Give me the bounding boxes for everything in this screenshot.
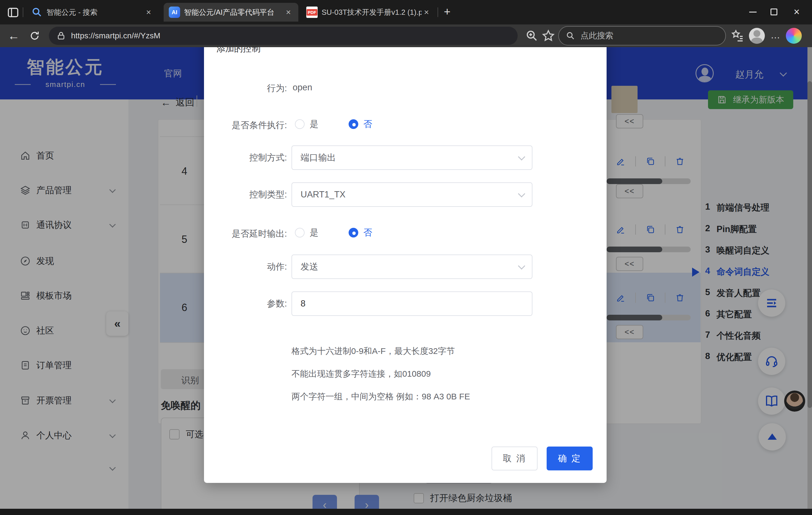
hint-no-concat: 不能出现连贯多字符连接，如010809 bbox=[291, 368, 431, 380]
behavior-value: open bbox=[293, 82, 312, 93]
conditional-radio-group: 是 否 bbox=[295, 118, 372, 130]
pdf-favicon-icon: PDF bbox=[306, 6, 318, 18]
action-select[interactable]: 发送 bbox=[291, 254, 532, 279]
search-icon bbox=[566, 31, 575, 41]
browser-address-bar: ← https://smartpi.cn/#/YzsM 点此搜索 … bbox=[0, 24, 812, 47]
close-tab-icon[interactable]: × bbox=[144, 7, 153, 17]
delay-radio-group: 是 否 bbox=[295, 227, 372, 239]
lock-icon bbox=[56, 31, 66, 41]
control-mode-label: 控制方式: bbox=[204, 152, 287, 163]
url-text: https://smartpi.cn/#/YzsM bbox=[71, 31, 160, 40]
control-type-label: 控制类型: bbox=[204, 189, 287, 201]
back-icon[interactable]: ← bbox=[6, 28, 21, 43]
new-tab-button[interactable]: + bbox=[440, 4, 455, 19]
chevron-down-icon bbox=[518, 153, 525, 160]
tab-separator bbox=[23, 7, 23, 17]
radio-no-selected[interactable] bbox=[349, 228, 358, 238]
tab-title: SU-03T技术开发手册v1.2 (1).pdf bbox=[322, 7, 422, 17]
page-viewport: 智能公元 smartpi.cn 官网 赵月允 首页 产品管理 通讯协议 bbox=[0, 47, 812, 515]
tab-search[interactable]: 智能公元 - 搜索 × bbox=[26, 3, 158, 22]
behavior-label: 行为: bbox=[204, 82, 287, 94]
refresh-icon[interactable] bbox=[27, 28, 42, 43]
browser-tab-bar: 智能公元 - 搜索 × AI 智能公元/AI产品零代码平台 × PDF SU-0… bbox=[0, 0, 812, 24]
search-favicon-icon bbox=[31, 6, 42, 18]
favorite-star-icon[interactable] bbox=[542, 29, 555, 42]
browser-profile-avatar[interactable] bbox=[749, 28, 765, 44]
radio-yes[interactable] bbox=[295, 119, 304, 129]
delay-output-label: 是否延时输出: bbox=[204, 228, 287, 240]
tab-actions-icon[interactable] bbox=[7, 6, 19, 19]
tab-separator bbox=[438, 7, 438, 17]
quick-search-box[interactable]: 点此搜索 bbox=[558, 26, 726, 46]
hint-format: 格式为十六进制0-9和A-F，最大长度32字节 bbox=[291, 345, 455, 357]
param-label: 参数: bbox=[204, 298, 287, 310]
close-tab-icon[interactable]: × bbox=[422, 7, 431, 17]
ai-cloud-favicon-icon: AI bbox=[169, 6, 180, 18]
close-tab-icon[interactable]: × bbox=[284, 7, 293, 17]
tab-title: 智能公元 - 搜索 bbox=[47, 7, 144, 17]
tab-pdf[interactable]: PDF SU-03T技术开发手册v1.2 (1).pdf × bbox=[301, 3, 436, 22]
window-close-button[interactable]: × bbox=[788, 4, 806, 20]
confirm-button[interactable]: 确 定 bbox=[547, 447, 593, 471]
add-control-dialog: 添加的控制 行为: open 是否条件执行: 是 否 控制方式: 端口输出 控制… bbox=[204, 47, 607, 483]
hint-grouping: 两个字符一组，中间为空格 例如：98 A3 0B FE bbox=[291, 391, 470, 402]
search-placeholder: 点此搜索 bbox=[580, 30, 613, 41]
control-type-select[interactable]: UART1_TX bbox=[291, 182, 532, 207]
chevron-down-icon bbox=[518, 190, 525, 197]
collections-icon[interactable] bbox=[731, 29, 744, 42]
radio-no-selected[interactable] bbox=[349, 119, 358, 129]
url-bar[interactable]: https://smartpi.cn/#/YzsM bbox=[49, 27, 518, 45]
browser-window: 智能公元 - 搜索 × AI 智能公元/AI产品零代码平台 × PDF SU-0… bbox=[0, 0, 812, 515]
window-maximize-button[interactable] bbox=[765, 4, 783, 20]
control-mode-select[interactable]: 端口输出 bbox=[291, 146, 532, 170]
conditional-label: 是否条件执行: bbox=[204, 119, 287, 131]
taskbar-strip bbox=[0, 509, 812, 515]
cancel-button[interactable]: 取 消 bbox=[492, 447, 538, 471]
copilot-icon[interactable] bbox=[786, 28, 802, 44]
window-minimize-button[interactable] bbox=[744, 4, 762, 20]
browser-menu-icon[interactable]: … bbox=[771, 30, 781, 41]
dialog-title: 添加的控制 bbox=[216, 47, 261, 55]
chevron-down-icon bbox=[518, 262, 525, 269]
action-label: 动作: bbox=[204, 261, 287, 273]
tab-smartpi[interactable]: AI 智能公元/AI产品零代码平台 × bbox=[164, 3, 298, 22]
tab-title: 智能公元/AI产品零代码平台 bbox=[184, 7, 284, 17]
radio-yes[interactable] bbox=[295, 228, 304, 238]
param-input[interactable]: 8 bbox=[291, 292, 532, 316]
zoom-page-icon[interactable] bbox=[525, 29, 539, 42]
